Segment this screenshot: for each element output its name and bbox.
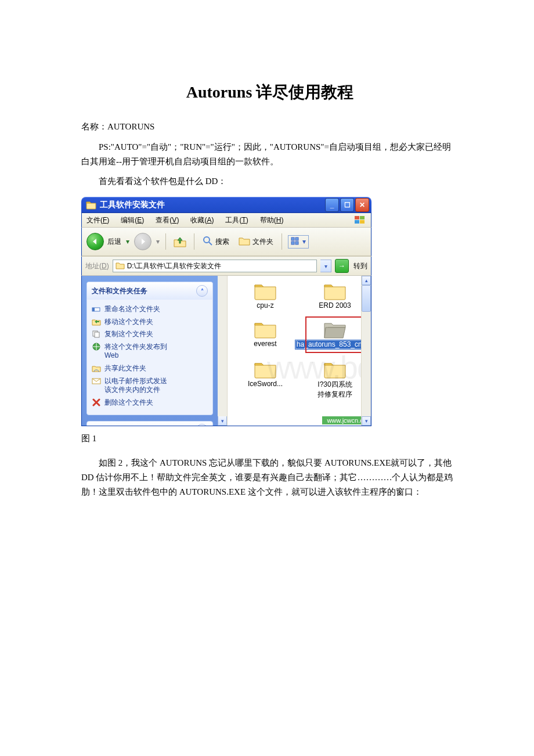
forward-button xyxy=(134,233,151,250)
svg-rect-1 xyxy=(360,216,365,219)
address-label: 地址(D) xyxy=(85,261,109,271)
task-email[interactable]: 以电子邮件形式发送 该文件夹内的文件 xyxy=(91,375,209,397)
share-icon xyxy=(92,364,101,372)
menu-favorites[interactable]: 收藏(A) xyxy=(190,215,214,225)
task-head-label: 文件和文件夹任务 xyxy=(92,286,147,296)
folder-label: ha_autoruns_853_cnnnc xyxy=(295,340,371,350)
forward-dropdown-icon[interactable]: ▾ xyxy=(156,237,160,246)
task-items: 重命名这个文件夹 移动这个文件夹 复制这个文件夹 将这个文件夹发布到 Web 共… xyxy=(87,300,212,415)
chevron-up-icon: ˄ xyxy=(201,288,204,294)
task-pane: 文件和文件夹任务 ˄ 重命名这个文件夹 移动这个文件夹 复制这个文件夹 将这个文… xyxy=(82,276,218,426)
scroll-down-button[interactable]: ▾ xyxy=(218,416,227,426)
address-input[interactable]: D:\工具软件\工具软件安装文件 xyxy=(113,260,317,272)
svg-rect-12 xyxy=(95,332,99,337)
move-icon xyxy=(92,318,101,326)
folder-item[interactable]: everest xyxy=(239,320,291,350)
doc-title: Autoruns 详尽使用教程 xyxy=(81,81,459,103)
menu-help[interactable]: 帮助(H) xyxy=(260,215,284,225)
scroll-down-button[interactable]: ▾ xyxy=(362,416,371,426)
other-places-header[interactable]: 其它位置 ˄ xyxy=(86,421,213,426)
copy-icon xyxy=(92,330,101,338)
views-button[interactable]: ▾ xyxy=(288,235,309,249)
collapse-button[interactable]: ˄ xyxy=(196,424,208,426)
task-delete[interactable]: 删除这个文件夹 xyxy=(91,397,209,409)
svg-rect-8 xyxy=(295,242,298,244)
collapse-button[interactable]: ˄ xyxy=(196,285,208,297)
back-dropdown-icon[interactable]: ▾ xyxy=(126,237,129,246)
inner-scrollbar[interactable]: ▾ xyxy=(218,276,228,426)
folder-icon xyxy=(254,360,277,379)
folder-item[interactable]: cpu-z xyxy=(239,282,291,309)
paragraph: PS:"AUTO"="自动"；"RUN"="运行"；因此，"AUTORUNS"=… xyxy=(81,140,459,169)
folder-label: everest xyxy=(254,340,276,348)
content-area[interactable]: www.bdocx.com cpu-z ERD 2003 everest xyxy=(228,276,371,426)
delete-icon xyxy=(92,398,101,406)
back-button[interactable] xyxy=(86,233,104,250)
views-icon xyxy=(291,237,300,247)
close-button[interactable]: ✕ xyxy=(355,198,369,212)
menu-tools[interactable]: 工具(T) xyxy=(225,215,248,225)
paragraph: 名称：AUTORUNS xyxy=(81,120,459,134)
folders-label: 文件夹 xyxy=(252,237,273,247)
folder-icon xyxy=(254,282,277,300)
windows-flag-icon xyxy=(353,215,366,225)
paragraph: 首先看看这个软件包是什么 DD： xyxy=(81,174,459,189)
menubar: 文件(F) 编辑(E) 查看(V) 收藏(A) 工具(T) 帮助(H) xyxy=(81,213,371,228)
up-folder-button[interactable] xyxy=(172,233,188,250)
titlebar[interactable]: 工具软件安装文件 _ ☐ ✕ xyxy=(81,197,371,213)
task-pane-header[interactable]: 文件和文件夹任务 ˄ xyxy=(87,282,212,300)
menu-view[interactable]: 查看(V) xyxy=(156,215,179,225)
window-title: 工具软件安装文件 xyxy=(100,200,325,210)
task-publish[interactable]: 将这个文件夹发布到 Web xyxy=(91,341,209,362)
search-label: 搜索 xyxy=(215,237,229,247)
chevron-down-icon: ▾ xyxy=(324,263,327,269)
menu-edit[interactable]: 编辑(E) xyxy=(121,215,144,225)
scrollbar-vertical[interactable]: ▴ ▾ xyxy=(361,276,371,426)
scroll-up-button[interactable]: ▴ xyxy=(362,276,371,285)
folder-item[interactable]: ERD 2003 xyxy=(309,282,361,309)
rename-icon xyxy=(92,305,101,313)
task-label: 将这个文件夹发布到 Web xyxy=(104,343,167,361)
folder-label: cpu-z xyxy=(257,301,273,309)
minimize-button[interactable]: _ xyxy=(325,198,339,212)
svg-point-4 xyxy=(204,237,210,243)
scroll-thumb[interactable] xyxy=(362,285,371,312)
go-label: 转到 xyxy=(353,261,367,271)
separator xyxy=(282,233,282,250)
back-label: 后退 xyxy=(107,237,121,247)
svg-rect-3 xyxy=(360,220,365,224)
toolbar: 后退 ▾ ▾ 搜索 文件夹 ▾ xyxy=(81,228,371,257)
svg-rect-10 xyxy=(92,308,95,311)
publish-icon xyxy=(92,343,101,351)
explorer-body: 文件和文件夹任务 ˄ 重命名这个文件夹 移动这个文件夹 复制这个文件夹 将这个文… xyxy=(81,276,371,426)
folder-icon xyxy=(116,261,125,271)
task-rename[interactable]: 重命名这个文件夹 xyxy=(91,303,209,316)
task-move[interactable]: 移动这个文件夹 xyxy=(91,316,209,329)
search-button[interactable]: 搜索 xyxy=(200,235,232,249)
folder-item[interactable]: IceSword... xyxy=(239,360,291,399)
svg-rect-5 xyxy=(291,237,294,240)
folders-button[interactable]: 文件夹 xyxy=(236,235,276,249)
svg-rect-0 xyxy=(355,216,359,219)
folder-label: IceSword... xyxy=(248,380,283,388)
folder-item[interactable]: I?30四系统 持修复程序 xyxy=(309,360,361,399)
separator xyxy=(194,233,194,250)
svg-rect-7 xyxy=(291,242,294,244)
paragraph: 如图 2，我这个 AUTORUNS 忘记从哪里下载的，貌似只要 AUTORUNS… xyxy=(81,456,459,499)
xp-explorer-window: 工具软件安装文件 _ ☐ ✕ 文件(F) 编辑(E) 查看(V) 收藏(A) 工… xyxy=(81,197,371,426)
go-button[interactable]: → xyxy=(335,259,349,273)
task-copy[interactable]: 复制这个文件夹 xyxy=(91,328,209,341)
folder-icon xyxy=(323,360,347,379)
task-label: 删除这个文件夹 xyxy=(104,398,153,408)
address-bar: 地址(D) D:\工具软件\工具软件安装文件 ▾ → 转到 xyxy=(81,257,371,276)
folder-item-selected[interactable]: ha_autoruns_853_cnnnc xyxy=(309,320,361,350)
separator xyxy=(165,233,166,250)
address-dropdown-button[interactable]: ▾ xyxy=(320,260,331,272)
task-share[interactable]: 共享此文件夹 xyxy=(91,362,209,375)
folder-icon xyxy=(86,200,96,210)
folders-icon xyxy=(239,236,250,248)
maximize-button[interactable]: ☐ xyxy=(340,198,354,212)
folder-icon xyxy=(323,282,347,300)
svg-rect-6 xyxy=(295,237,298,240)
menu-file[interactable]: 文件(F) xyxy=(86,215,109,225)
